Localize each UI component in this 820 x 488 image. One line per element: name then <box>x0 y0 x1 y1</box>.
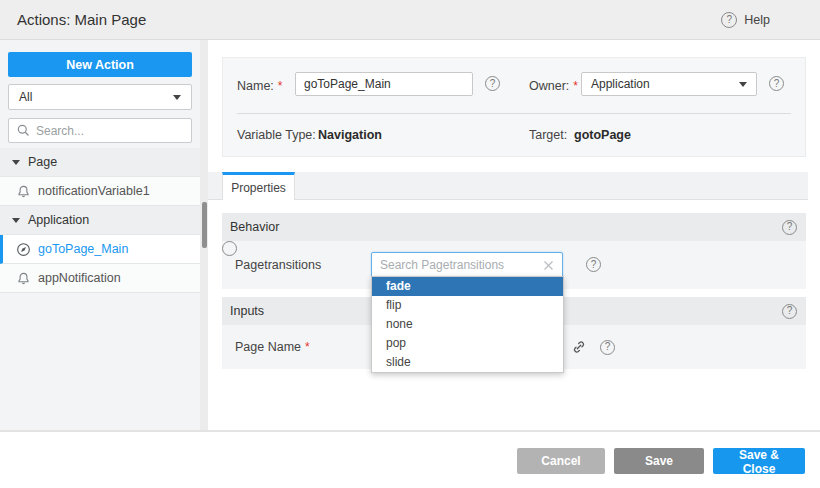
target-value: gotoPage <box>574 128 631 142</box>
dropdown-option-pop[interactable]: pop <box>372 334 563 353</box>
pagetransitions-search-input[interactable] <box>380 258 543 272</box>
actions-sidebar: New Action All Page notificationVariable… <box>0 40 200 430</box>
owner-help-icon[interactable]: ? <box>769 76 784 91</box>
cancel-button[interactable]: Cancel <box>517 448 605 474</box>
search-icon <box>16 123 31 138</box>
name-label: Name:* <box>237 79 283 93</box>
variable-type-value: Navigation <box>318 128 382 142</box>
dropdown-option-slide[interactable]: slide <box>372 353 563 372</box>
bell-icon <box>16 271 31 286</box>
required-marker: * <box>573 79 578 93</box>
pagetransitions-help-icon[interactable] <box>222 241 237 256</box>
filter-dropdown[interactable]: All <box>8 84 192 110</box>
required-marker: * <box>278 79 283 93</box>
pagetransitions-dropdown: fade flip none pop slide <box>371 276 564 373</box>
pagetransitions-search <box>371 252 563 278</box>
tree-item-label: appNotification <box>38 271 121 285</box>
tree-item-notificationvariable1[interactable]: notificationVariable1 <box>0 177 200 206</box>
required-marker: * <box>305 340 310 354</box>
help-icon: ? <box>721 12 737 28</box>
tree-item-gotopage-main[interactable]: goToPage_Main <box>0 235 200 264</box>
owner-label: Owner:* <box>529 79 578 93</box>
name-help-icon[interactable]: ? <box>485 76 500 91</box>
footer-buttons: Cancel Save Save & Close <box>517 448 805 474</box>
collapse-arrow-icon <box>12 160 20 165</box>
footer-bar: Cancel Save Save & Close <box>0 430 820 488</box>
dropdown-option-fade[interactable]: fade <box>372 277 563 296</box>
top-bar: Actions: Main Page ? Help <box>0 0 820 40</box>
behavior-title: Behavior <box>230 220 782 234</box>
tab-bar: Properties <box>208 172 808 200</box>
behavior-help-icon[interactable]: ? <box>782 220 797 235</box>
chevron-down-icon <box>739 82 747 87</box>
sidebar-scrollbar[interactable] <box>200 40 208 430</box>
dropdown-option-none[interactable]: none <box>372 315 563 334</box>
tab-properties[interactable]: Properties <box>222 172 295 200</box>
sidebar-search-input[interactable] <box>36 124 184 138</box>
owner-select[interactable]: Application <box>581 72 757 96</box>
action-header-form: Name:* ? Owner:* Application ? Variable … <box>222 57 806 157</box>
name-input[interactable] <box>295 72 473 96</box>
tree-group-page[interactable]: Page <box>0 148 200 177</box>
tree-group-label: Page <box>28 155 57 169</box>
inputs-help-icon[interactable]: ? <box>782 304 797 319</box>
behavior-section-header: Behavior ? <box>222 213 806 241</box>
tree-group-label: Application <box>28 213 89 227</box>
actions-editor-window: Actions: Main Page ? Help New Action All… <box>0 0 820 488</box>
page-name-help-icon[interactable]: ? <box>600 340 615 355</box>
navigation-icon <box>16 242 31 257</box>
target-label: Target: <box>529 128 567 142</box>
bell-icon <box>16 184 31 199</box>
pagetransitions-help-icon[interactable]: ? <box>586 257 601 272</box>
chevron-down-icon <box>173 95 181 100</box>
dropdown-option-flip[interactable]: flip <box>372 296 563 315</box>
collapse-arrow-icon <box>12 218 20 223</box>
variable-type-label: Variable Type: <box>237 128 316 142</box>
tree-item-appnotification[interactable]: appNotification <box>0 264 200 293</box>
actions-tree: Page notificationVariable1 Application g… <box>0 148 200 293</box>
form-divider <box>237 113 791 114</box>
clear-icon[interactable] <box>543 260 554 271</box>
tree-item-label: goToPage_Main <box>38 242 128 256</box>
owner-select-value: Application <box>591 77 739 91</box>
save-and-close-button[interactable]: Save & Close <box>713 448 805 474</box>
sidebar-search <box>8 118 192 143</box>
tree-group-application[interactable]: Application <box>0 206 200 235</box>
bind-link-icon[interactable] <box>571 339 587 355</box>
pagetransitions-label: Pagetransitions <box>235 258 321 272</box>
page-name-actions: ? <box>571 339 615 355</box>
filter-dropdown-value: All <box>19 90 173 104</box>
page-title: Actions: Main Page <box>17 0 146 40</box>
tree-item-label: notificationVariable1 <box>38 184 150 198</box>
page-name-label: Page Name* <box>235 340 310 354</box>
scrollbar-thumb[interactable] <box>202 202 207 248</box>
help-button[interactable]: ? Help <box>721 0 770 40</box>
new-action-button[interactable]: New Action <box>8 52 192 77</box>
save-button[interactable]: Save <box>614 448 704 474</box>
help-label: Help <box>744 13 770 27</box>
